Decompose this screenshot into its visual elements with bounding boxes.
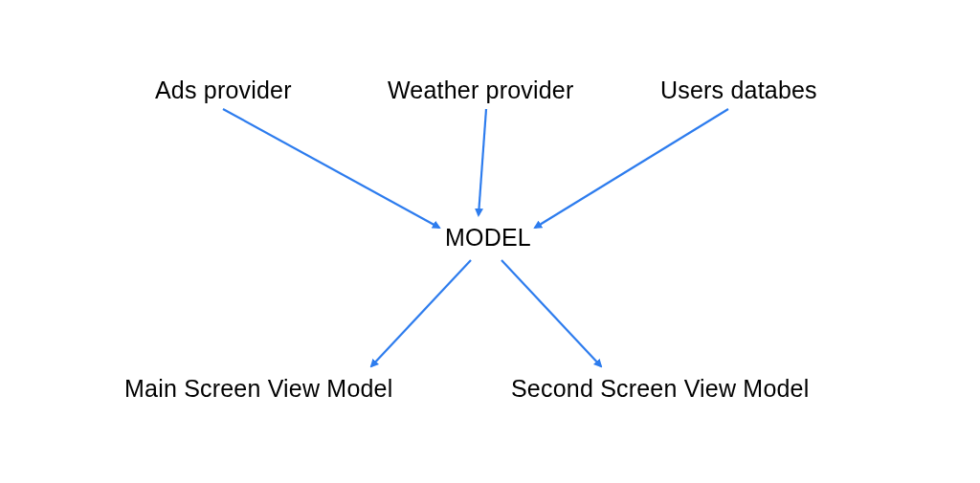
node-model: MODEL	[445, 224, 531, 252]
node-users-databes: Users databes	[660, 77, 817, 104]
node-main-screen-view-model: Main Screen View Model	[124, 375, 392, 403]
arrow-weather-to-model	[479, 109, 486, 215]
node-ads-provider: Ads provider	[155, 77, 292, 104]
node-second-screen-view-model: Second Screen View Model	[511, 375, 809, 403]
arrow-ads-to-model	[223, 109, 439, 228]
arrow-model-to-main	[371, 260, 471, 366]
node-weather-provider: Weather provider	[388, 77, 574, 104]
arrow-users-to-model	[535, 109, 728, 228]
arrow-model-to-second	[501, 260, 601, 366]
